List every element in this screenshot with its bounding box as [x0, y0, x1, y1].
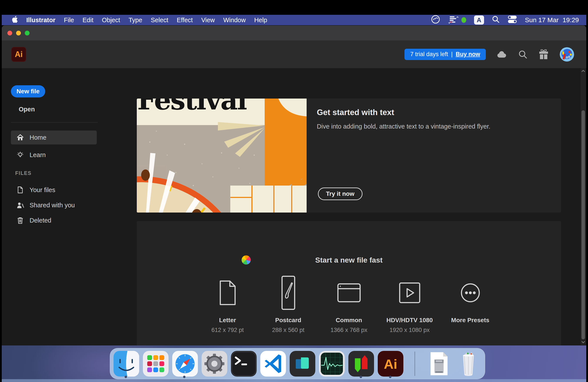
preset-dimensions: 1366 x 768 px	[331, 327, 368, 334]
trial-days-label: 7 trial days left	[410, 51, 448, 58]
sidebar-item-home[interactable]: Home	[11, 130, 97, 145]
window-titlebar	[2, 25, 586, 41]
illustrator-window: Ai 7 trial days left | Buy now	[2, 25, 586, 345]
clock-time: 19:29	[563, 16, 579, 24]
menu-effect[interactable]: Effect	[177, 17, 193, 24]
window-minimize-button[interactable]	[16, 31, 21, 36]
preset-common[interactable]: Common 1366 x 768 px	[324, 276, 374, 334]
open-button[interactable]: Open	[19, 106, 35, 113]
running-dot-safari	[183, 376, 186, 378]
sidebar-item-label: Your files	[30, 187, 55, 194]
sidebar-item-label: Learn	[30, 151, 46, 159]
menu-type[interactable]: Type	[128, 17, 142, 24]
status-green-dot	[462, 17, 466, 23]
istat-meter-icon[interactable]	[448, 16, 466, 24]
get-started-heading: Get started with text	[317, 108, 552, 117]
scroll-up-icon[interactable]	[581, 69, 585, 72]
scroll-down-icon[interactable]	[581, 341, 585, 344]
running-dot-finder	[125, 376, 127, 378]
control-center-icon[interactable]	[507, 15, 517, 25]
preset-label: More Presets	[451, 317, 489, 324]
preset-more[interactable]: More Presets	[445, 276, 495, 334]
creative-cloud-icon[interactable]	[431, 15, 440, 25]
home-icon	[17, 134, 24, 141]
running-dot-illustrator	[389, 376, 391, 378]
dock-launchpad-icon[interactable]	[143, 351, 168, 377]
document-icon	[17, 186, 24, 194]
menu-bar: Illustrator File Edit Object Type Select…	[2, 15, 586, 25]
sidebar-item-label: Home	[30, 134, 46, 141]
festival-flyer-image[interactable]: Festival	[137, 99, 307, 212]
dock-illustrator-icon[interactable]: Ai	[378, 351, 403, 377]
sidebar-item-label: Deleted	[30, 217, 51, 224]
get-started-text-block: Get started with text Dive into adding b…	[317, 99, 552, 130]
dock-disk-image-icon[interactable]	[426, 351, 452, 377]
input-source-badge[interactable]: A	[474, 16, 484, 24]
dock-vscode-icon[interactable]	[260, 351, 286, 377]
preset-label: HDV/HDTV 1080	[386, 317, 433, 324]
people-icon	[17, 201, 24, 209]
cloud-icon[interactable]	[497, 50, 507, 59]
menu-file[interactable]: File	[64, 17, 74, 24]
preset-dimensions: 612 x 792 pt	[211, 327, 244, 334]
files-section-header: FILES	[15, 170, 32, 176]
dock-workspace-app-icon[interactable]	[290, 351, 315, 377]
preset-row: Letter 612 x 792 pt Postcard 288 x 560 p…	[137, 276, 561, 334]
sidebar-item-learn[interactable]: Learn	[11, 148, 97, 162]
menu-object[interactable]: Object	[102, 17, 120, 24]
running-dot-market-app	[360, 376, 362, 378]
search-icon[interactable]	[518, 50, 527, 59]
try-it-now-button[interactable]: Try it now	[318, 188, 362, 200]
start-new-file-card: Start a new file fast Letter 612 x 792 p…	[137, 221, 561, 345]
new-file-button[interactable]: New file	[11, 85, 45, 97]
apple-icon[interactable]	[12, 16, 18, 24]
window-zoom-button[interactable]	[25, 31, 30, 36]
sidebar-item-deleted[interactable]: Deleted	[11, 213, 97, 227]
gift-icon[interactable]	[539, 50, 548, 59]
dock-terminal-icon[interactable]	[231, 351, 257, 377]
dock-market-arrows-icon[interactable]	[348, 351, 374, 377]
dock-trash-icon[interactable]	[456, 351, 481, 377]
menu-edit[interactable]: Edit	[83, 17, 93, 24]
get-started-description: Dive into adding bold, attractive text t…	[317, 123, 552, 130]
buy-now-link[interactable]: Buy now	[456, 51, 480, 58]
preset-hdv[interactable]: HDV/HDTV 1080 1920 x 1080 px	[385, 276, 435, 334]
app-header: Ai 7 trial days left | Buy now	[2, 41, 586, 68]
trial-divider: |	[451, 51, 453, 58]
ellipsis-circle-icon	[460, 276, 480, 310]
menu-select[interactable]: Select	[151, 17, 168, 24]
menu-help[interactable]: Help	[254, 17, 267, 24]
preset-label: Common	[336, 317, 362, 324]
avatar[interactable]	[560, 47, 574, 62]
menu-window[interactable]: Window	[223, 17, 246, 24]
lightbulb-icon	[17, 151, 24, 159]
menu-app-name[interactable]: Illustrator	[26, 17, 55, 24]
video-play-icon	[399, 276, 420, 310]
get-started-card: Festival	[137, 99, 561, 212]
menu-bar-clock[interactable]: Sun 17 Mar 19:29	[525, 16, 579, 24]
sidebar-item-shared-with-you[interactable]: Shared with you	[11, 198, 97, 212]
window-close-button[interactable]	[7, 31, 12, 36]
start-new-file-heading: Start a new file fast	[137, 256, 561, 264]
menu-view[interactable]: View	[201, 17, 215, 24]
dock-finder-icon[interactable]	[113, 351, 139, 377]
dock-settings-icon[interactable]	[202, 351, 227, 377]
home-content: New file Open Home Learn	[2, 68, 586, 345]
flyer-headline: Festival	[137, 99, 247, 116]
dock-activity-monitor-icon[interactable]	[319, 351, 345, 377]
preset-label: Postcard	[275, 317, 301, 324]
search-icon[interactable]	[492, 16, 500, 25]
sidebar: New file Open Home Learn	[2, 68, 104, 345]
page-icon	[219, 276, 236, 310]
scrollbar[interactable]	[581, 68, 586, 345]
preset-letter[interactable]: Letter 612 x 792 pt	[203, 276, 253, 334]
preset-label: Letter	[219, 317, 236, 324]
postcard-brush-icon	[281, 276, 295, 310]
svg-text:Ai: Ai	[384, 357, 397, 372]
scrollbar-thumb[interactable]	[582, 110, 585, 339]
dock-safari-icon[interactable]	[172, 351, 198, 377]
illustrator-logo: Ai	[11, 47, 26, 62]
preset-postcard[interactable]: Postcard 288 x 560 pt	[263, 276, 313, 334]
trial-buy-button[interactable]: 7 trial days left | Buy now	[404, 49, 486, 60]
sidebar-item-your-files[interactable]: Your files	[11, 183, 97, 197]
